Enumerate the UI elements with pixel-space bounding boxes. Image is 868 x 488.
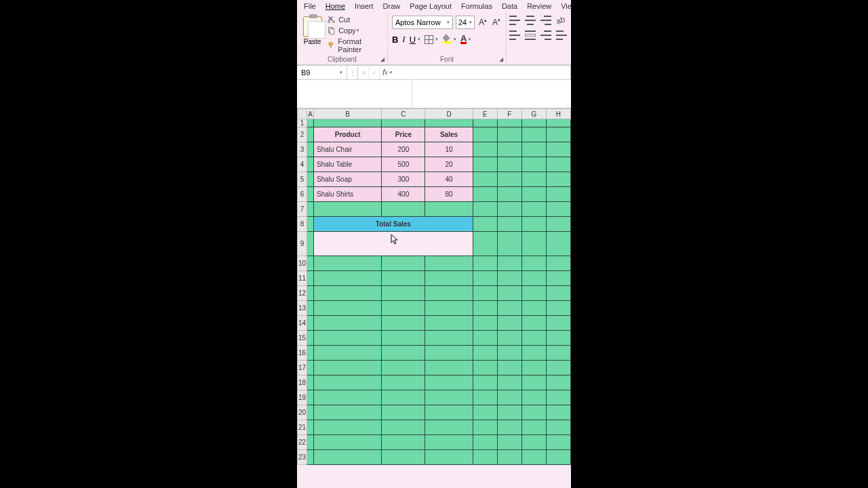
cell[interactable] [473, 127, 497, 142]
font-name-select[interactable]: Aptos Narrow ▾ [392, 16, 453, 29]
cell[interactable] [521, 187, 546, 202]
cell[interactable] [382, 450, 425, 465]
row-header[interactable]: 7 [298, 202, 307, 217]
bold-button[interactable]: B [392, 35, 398, 45]
cell[interactable] [473, 142, 497, 157]
cell[interactable] [473, 420, 497, 435]
cell[interactable] [546, 316, 570, 331]
cell[interactable] [521, 286, 546, 301]
cell[interactable] [473, 232, 497, 256]
cell[interactable] [521, 301, 546, 316]
cell[interactable] [521, 119, 546, 127]
border-button[interactable] [425, 35, 433, 44]
row-header[interactable]: 17 [298, 361, 307, 375]
cell[interactable] [473, 316, 497, 331]
cell[interactable] [546, 420, 570, 435]
cell[interactable] [314, 331, 382, 346]
cell[interactable] [382, 316, 425, 331]
cell[interactable] [307, 217, 314, 232]
cell[interactable] [521, 420, 546, 435]
cell[interactable] [473, 119, 497, 127]
align-middle-button[interactable] [525, 16, 536, 25]
cell[interactable] [497, 119, 521, 127]
cell[interactable] [425, 202, 473, 217]
cell[interactable] [314, 346, 382, 361]
chevron-down-icon[interactable]: ▾ [469, 37, 471, 42]
italic-button[interactable]: I [402, 34, 405, 45]
cell[interactable] [425, 271, 473, 286]
tab-draw[interactable]: Draw [383, 2, 401, 10]
cell[interactable] [521, 142, 546, 157]
cell[interactable] [473, 361, 497, 375]
cell[interactable] [382, 256, 425, 271]
cell[interactable] [307, 202, 314, 217]
cell[interactable] [307, 405, 314, 420]
cell[interactable]: Shalu Soap [314, 172, 382, 187]
cell[interactable] [307, 420, 314, 435]
cut-button[interactable]: Cut [328, 16, 383, 24]
cell[interactable] [546, 232, 570, 256]
cell[interactable] [546, 119, 570, 127]
cell[interactable] [546, 375, 570, 390]
cell[interactable] [521, 375, 546, 390]
cell[interactable] [473, 405, 497, 420]
cell[interactable]: 300 [382, 172, 425, 187]
cell[interactable] [546, 346, 570, 361]
cell[interactable] [473, 435, 497, 450]
cell[interactable]: Shalu Chair [314, 142, 382, 157]
cell[interactable] [425, 405, 473, 420]
cell[interactable] [307, 271, 314, 286]
increase-font-button[interactable]: A▴ [477, 18, 488, 27]
cell[interactable] [314, 316, 382, 331]
cell[interactable] [497, 420, 521, 435]
tab-data[interactable]: Data [502, 2, 517, 10]
cell[interactable] [546, 256, 570, 271]
tab-formulas[interactable]: Formulas [461, 2, 492, 10]
column-header[interactable]: E [473, 109, 497, 119]
cell[interactable] [473, 450, 497, 465]
cell[interactable] [473, 331, 497, 346]
cell[interactable] [307, 346, 314, 361]
row-header[interactable]: 2 [298, 127, 307, 142]
cell[interactable] [425, 435, 473, 450]
cell[interactable] [307, 450, 314, 465]
cell[interactable] [425, 375, 473, 390]
cell[interactable] [382, 119, 425, 127]
cell[interactable] [425, 450, 473, 465]
cell[interactable] [307, 127, 314, 142]
cell[interactable] [546, 450, 570, 465]
cell[interactable]: 40 [425, 172, 473, 187]
cell[interactable] [314, 256, 382, 271]
tab-file[interactable]: File [304, 2, 316, 10]
cell[interactable] [307, 390, 314, 405]
cell[interactable] [497, 301, 521, 316]
cell[interactable] [307, 301, 314, 316]
cell[interactable] [382, 390, 425, 405]
cell[interactable] [314, 390, 382, 405]
cell[interactable] [546, 271, 570, 286]
cell[interactable] [307, 142, 314, 157]
cell[interactable] [307, 119, 314, 127]
row-header[interactable]: 11 [298, 271, 307, 286]
decrease-font-button[interactable]: A▾ [491, 18, 502, 27]
cell[interactable] [382, 271, 425, 286]
cell[interactable] [497, 361, 521, 375]
cell[interactable] [521, 127, 546, 142]
cell[interactable] [307, 172, 314, 187]
row-header[interactable]: 6 [298, 187, 307, 202]
cell[interactable] [521, 157, 546, 172]
cell[interactable] [314, 435, 382, 450]
formula-input[interactable] [395, 66, 570, 79]
cell[interactable] [521, 232, 546, 256]
cell[interactable] [546, 390, 570, 405]
row-header[interactable]: 3 [298, 142, 307, 157]
cell[interactable] [425, 420, 473, 435]
chevron-down-icon[interactable]: ▾ [418, 37, 420, 42]
cell[interactable]: Product [314, 127, 382, 142]
cell[interactable] [497, 390, 521, 405]
cell[interactable] [497, 271, 521, 286]
decrease-indent-button[interactable] [556, 30, 567, 40]
cell[interactable] [314, 405, 382, 420]
underline-button[interactable]: U [410, 35, 416, 45]
cell[interactable] [521, 256, 546, 271]
